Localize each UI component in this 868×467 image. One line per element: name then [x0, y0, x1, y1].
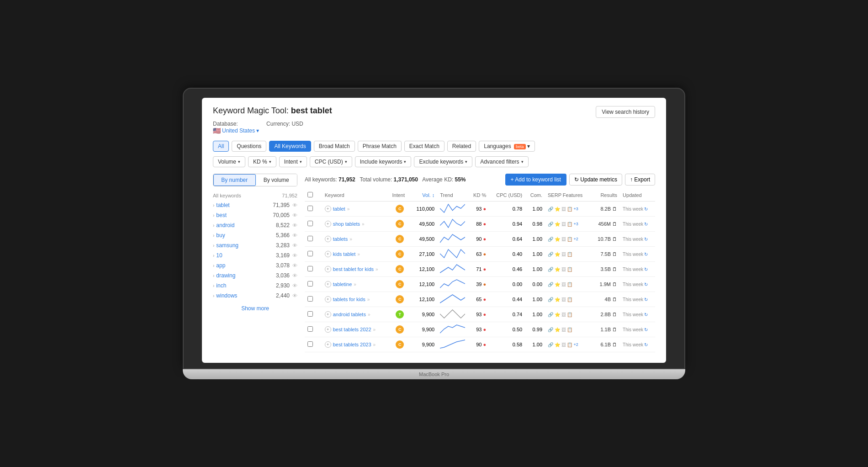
keyword-link[interactable]: best tablets 2022: [333, 327, 371, 332]
serp-plus: +2: [573, 342, 578, 347]
updated-cell: This week ↻: [620, 292, 655, 307]
trend-cell: [437, 232, 468, 247]
row-checkbox[interactable]: [307, 326, 313, 332]
keyword-link[interactable]: shop tablets: [333, 221, 360, 227]
keyword-expand[interactable]: +: [325, 296, 331, 302]
list-item[interactable]: ›inch 2,930👁: [213, 281, 297, 291]
row-checkbox[interactable]: [307, 236, 313, 241]
row-checkbox[interactable]: [307, 266, 313, 271]
tab-related[interactable]: Related: [447, 141, 476, 152]
serp-plus: +3: [573, 207, 578, 211]
sort-buttons: By number By volume: [213, 174, 297, 186]
tab-all[interactable]: All: [213, 141, 229, 152]
row-checkbox[interactable]: [307, 251, 313, 256]
tab-phrase-match[interactable]: Phrase Match: [358, 141, 402, 152]
row-checkbox[interactable]: [307, 221, 313, 226]
keyword-expand[interactable]: +: [325, 326, 331, 333]
keyword-link[interactable]: kids tablet: [333, 251, 356, 257]
col-updated: Updated: [620, 189, 655, 202]
tab-languages[interactable]: Languages beta ▾: [479, 141, 535, 152]
results-value: 1.9M 🗒: [591, 277, 620, 292]
keyword-expand[interactable]: +: [325, 281, 331, 287]
results-value: 3.5B 🗒: [591, 262, 620, 277]
refresh-icon[interactable]: ↻: [644, 252, 648, 257]
keyword-link[interactable]: best tablets 2023: [333, 342, 371, 347]
col-serp: SERP Features: [545, 189, 591, 202]
keyword-arrows: »: [362, 222, 365, 227]
view-history-button[interactable]: View search history: [596, 106, 655, 118]
keyword-expand[interactable]: +: [325, 221, 331, 227]
keyword-expand[interactable]: +: [325, 206, 331, 212]
intent-badge: C: [396, 250, 404, 258]
refresh-icon[interactable]: ↻: [644, 327, 648, 332]
kd-dot: ●: [483, 327, 487, 332]
keyword-expand[interactable]: +: [325, 341, 331, 348]
list-item[interactable]: ›10 3,169👁: [213, 250, 297, 260]
serp-features-cell: 🔗 ⭐ 🖼 📋: [545, 262, 591, 277]
keyword-expand[interactable]: +: [325, 311, 331, 318]
show-more-button[interactable]: Show more: [213, 301, 297, 316]
row-checkbox[interactable]: [307, 296, 313, 302]
row-checkbox[interactable]: [307, 281, 313, 287]
keyword-link[interactable]: tabletine: [333, 281, 352, 287]
row-checkbox[interactable]: [307, 206, 313, 211]
export-button[interactable]: ↑ Export: [625, 174, 655, 186]
main-table: All keywords: 71,952 Total volume: 1,371…: [305, 174, 655, 352]
updated-text: This week: [623, 327, 643, 332]
filter-exclude-keywords[interactable]: Exclude keywords ▾: [414, 156, 472, 167]
sort-by-volume[interactable]: By volume: [256, 174, 297, 186]
tabs-row: All Questions All Keywords Broad Match P…: [213, 141, 655, 152]
row-checkbox[interactable]: [307, 311, 313, 317]
row-checkbox[interactable]: [307, 341, 313, 347]
tab-all-keywords[interactable]: All Keywords: [269, 141, 311, 152]
sidebar-list-header: All keywords 71,952: [213, 191, 297, 200]
tab-questions[interactable]: Questions: [232, 141, 266, 152]
database-link[interactable]: 🇺🇸 United States ▾: [213, 127, 259, 134]
refresh-icon[interactable]: ↻: [644, 267, 648, 272]
filters-row: Volume ▾ KD % ▾ Intent ▾ CPC (USD) ▾ Inc…: [213, 156, 655, 167]
intent-badge: C: [396, 280, 404, 288]
keyword-expand[interactable]: +: [325, 266, 331, 272]
filter-cpc[interactable]: CPC (USD) ▾: [310, 156, 352, 167]
list-item[interactable]: ›app 3,078👁: [213, 260, 297, 271]
keyword-link[interactable]: tablet: [333, 206, 345, 212]
refresh-icon[interactable]: ↻: [644, 282, 648, 287]
refresh-icon[interactable]: ↻: [644, 222, 648, 227]
keyword-expand[interactable]: +: [325, 236, 331, 242]
update-metrics-button[interactable]: ↻ Update metrics: [569, 174, 622, 186]
filter-kd[interactable]: KD % ▾: [248, 156, 276, 167]
filter-intent[interactable]: Intent ▾: [279, 156, 307, 167]
refresh-icon[interactable]: ↻: [644, 237, 648, 242]
filter-volume[interactable]: Volume ▾: [213, 156, 245, 167]
keyword-link[interactable]: android tablets: [333, 312, 366, 317]
cpc-value: 0.78: [489, 202, 525, 217]
tab-broad-match[interactable]: Broad Match: [314, 141, 355, 152]
trend-cell: [437, 322, 468, 337]
filter-advanced[interactable]: Advanced filters ▾: [475, 156, 528, 167]
serp-features-cell: 🔗 ⭐ 🖼 📋: [545, 247, 591, 262]
keyword-link[interactable]: tablets for kids: [333, 297, 365, 302]
keyword-link[interactable]: best tablet for kids: [333, 266, 374, 272]
list-item[interactable]: ›buy 5,366👁: [213, 230, 297, 240]
list-item[interactable]: ›best 70,005👁: [213, 210, 297, 220]
list-item[interactable]: ›samsung 3,283👁: [213, 240, 297, 250]
add-to-keyword-list-button[interactable]: + Add to keyword list: [505, 174, 566, 186]
keyword-expand[interactable]: +: [325, 251, 331, 257]
sidebar-keyword-list: All keywords 71,952 ›tablet 71,395👁 ›bes…: [213, 191, 297, 316]
table-header-row: Keyword Intent Vol. ↕ Trend KD % CPC (US…: [305, 189, 655, 202]
list-item[interactable]: ›tablet 71,395👁: [213, 200, 297, 210]
list-item[interactable]: ›drawing 3,036👁: [213, 271, 297, 281]
keyword-link[interactable]: tablets: [333, 236, 348, 242]
refresh-icon[interactable]: ↻: [644, 297, 648, 302]
sort-by-number[interactable]: By number: [213, 174, 256, 186]
tab-exact-match[interactable]: Exact Match: [404, 141, 445, 152]
refresh-icon[interactable]: ↻: [644, 207, 648, 212]
refresh-icon[interactable]: ↻: [644, 342, 648, 347]
refresh-icon[interactable]: ↻: [644, 312, 648, 317]
col-volume[interactable]: Vol. ↕: [410, 189, 437, 202]
filter-include-keywords[interactable]: Include keywords ▾: [355, 156, 412, 167]
select-all-checkbox[interactable]: [307, 192, 313, 197]
com-value: 1.00: [525, 247, 545, 262]
list-item[interactable]: ›windows 2,440👁: [213, 291, 297, 301]
list-item[interactable]: ›android 8,522👁: [213, 220, 297, 230]
